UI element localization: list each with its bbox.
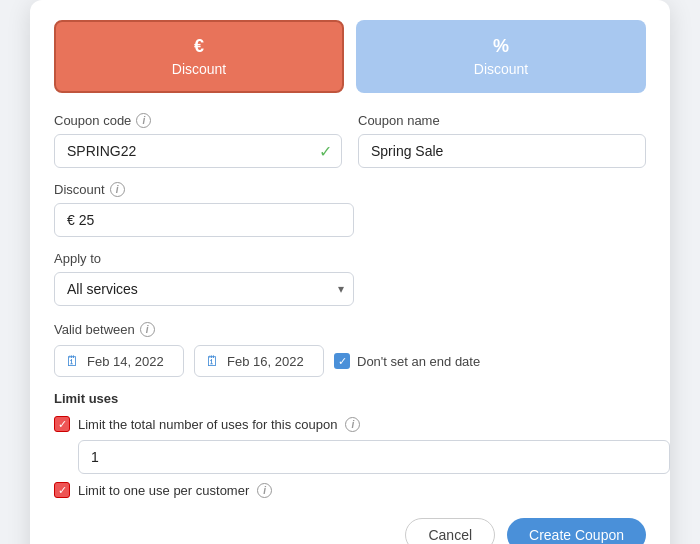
start-date-text: Feb 14, 2022	[87, 354, 164, 369]
percent-discount-label: Discount	[474, 61, 528, 77]
valid-between-label: Valid between i	[54, 322, 646, 337]
discount-info-icon: i	[110, 182, 125, 197]
apply-to-select-wrapper: All services Selected services ▾	[54, 272, 354, 306]
euro-symbol: €	[194, 36, 204, 57]
discount-type-selector: € Discount % Discount	[54, 20, 646, 93]
euro-discount-label: Discount	[172, 61, 226, 77]
valid-between-row: 🗓 Feb 14, 2022 🗓 Feb 16, 2022 ✓ Don't se…	[54, 345, 646, 377]
coupon-code-label: Coupon code i	[54, 113, 342, 128]
total-limit-text: Limit the total number of uses for this …	[78, 417, 337, 432]
percent-symbol: %	[493, 36, 509, 57]
create-coupon-modal: € Discount % Discount Coupon code i ✓ Co…	[30, 0, 670, 544]
coupon-code-input-wrap: ✓	[54, 134, 342, 168]
start-date-input[interactable]: 🗓 Feb 14, 2022	[54, 345, 184, 377]
per-customer-limit-text: Limit to one use per customer	[78, 483, 249, 498]
coupon-code-group: Coupon code i ✓	[54, 113, 342, 168]
coupon-name-input[interactable]	[358, 134, 646, 168]
end-date-text: Feb 16, 2022	[227, 354, 304, 369]
per-customer-checkbox[interactable]: ✓	[54, 482, 70, 498]
discount-amount-input[interactable]	[54, 203, 354, 237]
end-calendar-icon: 🗓	[205, 353, 219, 369]
percent-discount-button[interactable]: % Discount	[356, 20, 646, 93]
valid-between-section: Valid between i 🗓 Feb 14, 2022 🗓 Feb 16,…	[54, 322, 646, 377]
valid-between-info-icon: i	[140, 322, 155, 337]
coupon-name-group: Coupon name	[358, 113, 646, 168]
dont-set-end-date-label[interactable]: ✓ Don't set an end date	[334, 353, 480, 369]
per-customer-check-icon: ✓	[58, 484, 67, 497]
discount-amount-group: Discount i	[54, 182, 354, 237]
start-calendar-icon: 🗓	[65, 353, 79, 369]
apply-to-group: Apply to All services Selected services …	[54, 251, 354, 306]
limit-uses-label: Limit uses	[54, 391, 646, 406]
total-limit-row: ✓ Limit the total number of uses for thi…	[54, 416, 646, 432]
dont-set-check-icon: ✓	[338, 355, 347, 368]
end-date-input[interactable]: 🗓 Feb 16, 2022	[194, 345, 324, 377]
cancel-button[interactable]: Cancel	[405, 518, 495, 544]
coupon-code-input[interactable]	[54, 134, 342, 168]
per-customer-info-icon: i	[257, 483, 272, 498]
apply-to-label: Apply to	[54, 251, 354, 266]
coupon-code-check-icon: ✓	[319, 142, 332, 161]
limit-uses-section: Limit uses ✓ Limit the total number of u…	[54, 391, 646, 498]
discount-label: Discount i	[54, 182, 354, 197]
total-limit-number-input[interactable]	[78, 440, 670, 474]
create-coupon-button[interactable]: Create Coupon	[507, 518, 646, 544]
total-limit-info-icon: i	[345, 417, 360, 432]
modal-footer: Cancel Create Coupon	[54, 518, 646, 544]
dont-set-end-date-checkbox[interactable]: ✓	[334, 353, 350, 369]
total-limit-checkbox[interactable]: ✓	[54, 416, 70, 432]
coupon-name-label: Coupon name	[358, 113, 646, 128]
total-limit-check-icon: ✓	[58, 418, 67, 431]
coupon-code-info-icon: i	[136, 113, 151, 128]
euro-discount-button[interactable]: € Discount	[54, 20, 344, 93]
apply-to-select[interactable]: All services Selected services	[54, 272, 354, 306]
dont-set-end-date-text: Don't set an end date	[357, 354, 480, 369]
per-customer-limit-row: ✓ Limit to one use per customer i	[54, 482, 646, 498]
coupon-basic-fields: Coupon code i ✓ Coupon name	[54, 113, 646, 168]
